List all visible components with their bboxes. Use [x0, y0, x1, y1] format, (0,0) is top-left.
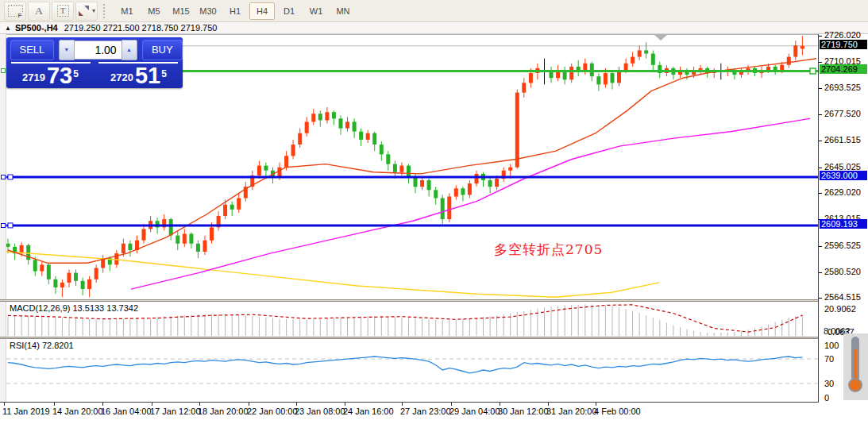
- price-tick-label: 2726.020: [824, 30, 861, 40]
- chart-titlebar: ▲ SP500-,H4 2719.250 2721.500 2718.750 2…: [0, 22, 868, 34]
- timeframe-button-m1[interactable]: M1: [114, 2, 140, 20]
- timeframe-button-mn[interactable]: MN: [330, 2, 356, 20]
- price-tick-dash: [819, 246, 822, 247]
- price-tick-label: 2661.515: [824, 135, 861, 145]
- price-highlight-label: 2639.000: [820, 171, 867, 180]
- timeframe-button-group: M1M5M15M30H1H4D1W1MN: [114, 2, 357, 20]
- price-tick-dash: [819, 36, 822, 37]
- price-tick-label: 2596.525: [824, 241, 861, 250]
- buy-button[interactable]: BUY: [142, 40, 183, 60]
- rsi-indicator-label: RSI(14) 72.8201: [10, 341, 74, 350]
- time-label: 14 Jan 20:00: [52, 407, 103, 416]
- time-tick: [296, 403, 297, 406]
- price-tick-label: 2677.520: [824, 109, 861, 118]
- rsi-axis-label: 70: [824, 354, 834, 364]
- volume-increase-button[interactable]: ▲: [122, 40, 137, 60]
- price-tick-dash: [819, 88, 822, 89]
- timeframe-button-d1[interactable]: D1: [276, 2, 302, 20]
- one-click-trading-panel: SELL ▼ 1.00 ▲ BUY 2719735 2720515: [6, 37, 183, 88]
- rsi-axis-label: 0: [824, 393, 829, 403]
- line-anchor[interactable]: [1, 68, 6, 73]
- price-tick-dash: [819, 193, 822, 194]
- time-label: 23 Jan 08:00: [295, 407, 345, 416]
- price-tick-dash: [819, 114, 822, 115]
- time-tick: [345, 403, 345, 406]
- price-tick-label: 2629.020: [824, 187, 861, 197]
- time-label: 16 Jan 04:00: [101, 407, 152, 416]
- timeframe-button-m15[interactable]: M15: [168, 2, 194, 20]
- price-tick-dash: [819, 168, 822, 168]
- left-edge-strip: [0, 34, 6, 403]
- time-tick: [102, 403, 103, 406]
- time-tick: [548, 403, 549, 406]
- thermometer-icon: [847, 335, 864, 395]
- time-tick: [596, 403, 596, 406]
- chart-symbol-title: SP500-,H4: [15, 23, 58, 33]
- time-label: 4 Feb 00:00: [594, 407, 641, 416]
- rsi-axis-label: 100: [824, 341, 839, 350]
- bid-price[interactable]: 2719735: [6, 64, 95, 87]
- rsi-axis-label: 30: [824, 379, 834, 388]
- volume-input[interactable]: 1.00: [75, 40, 122, 60]
- time-label: 11 Jan 2019: [2, 407, 50, 416]
- timeframe-button-m5[interactable]: M5: [141, 2, 167, 20]
- time-axis[interactable]: 11 Jan 201914 Jan 20:0016 Jan 04:0017 Ja…: [0, 403, 818, 424]
- time-tick: [152, 403, 152, 406]
- mt4-terminal: F A T ▾ M1M5M15M30H1H4D1W1MN ▲ SP500-,H4…: [0, 0, 868, 424]
- time-label: 31 Jan 20:00: [546, 407, 597, 416]
- price-highlight-label: 2704.269: [820, 64, 867, 74]
- line-anchor[interactable]: [1, 175, 6, 179]
- chart-annotation-text: 多空转折点2705: [494, 241, 603, 259]
- price-tick-label: 2580.520: [824, 267, 861, 276]
- price-tick-label: 2564.515: [824, 292, 861, 302]
- volume-decrease-button[interactable]: ▼: [59, 40, 75, 60]
- time-tick: [500, 403, 500, 406]
- price-tick-label: 2693.525: [824, 83, 861, 92]
- price-highlight-label: 2609.193: [820, 219, 867, 229]
- price-tick-dash: [819, 298, 822, 299]
- toolbar: F A T ▾ M1M5M15M30H1H4D1W1MN: [0, 0, 868, 22]
- timeframe-button-w1[interactable]: W1: [303, 2, 329, 20]
- time-label: 17 Jan 12:00: [150, 407, 201, 416]
- time-tick: [199, 403, 200, 406]
- time-label: 29 Jan 04:00: [449, 407, 500, 416]
- grid-glyph: F: [8, 5, 23, 17]
- time-label: 24 Jan 16:00: [343, 407, 394, 416]
- object-arrows-icon[interactable]: ▾: [75, 2, 98, 21]
- macd-axis-top: 20.9062: [824, 304, 856, 314]
- text-box-icon[interactable]: T: [52, 2, 74, 21]
- time-tick: [249, 403, 249, 406]
- ask-price[interactable]: 2720515: [95, 64, 183, 87]
- label-a-icon[interactable]: A: [28, 2, 50, 21]
- time-label: 18 Jan 20:00: [198, 407, 249, 416]
- time-label: 27 Jan 23:00: [400, 407, 451, 416]
- time-tick: [402, 403, 403, 406]
- sell-button[interactable]: SELL: [10, 40, 54, 60]
- timeframe-button-h1[interactable]: H1: [222, 2, 248, 20]
- rsi-pane[interactable]: [6, 339, 818, 402]
- toolbar-separator: [103, 4, 109, 18]
- price-tick-dash: [819, 62, 822, 63]
- time-label: 22 Jan 00:00: [247, 407, 298, 416]
- chart-grid-f-icon[interactable]: F: [4, 2, 26, 21]
- chart-ohlc-values: 2719.250 2721.500 2718.750 2719.750: [64, 23, 218, 33]
- time-label: 30 Jan 12:00: [498, 407, 549, 416]
- price-tick-dash: [819, 272, 822, 273]
- dropdown-caret-icon: ▾: [92, 7, 95, 14]
- time-tick: [54, 403, 55, 406]
- price-highlight-label: 2719.750: [820, 40, 867, 49]
- price-tick-dash: [819, 141, 822, 141]
- timeframe-button-m30[interactable]: M30: [195, 2, 221, 20]
- timeframe-button-h4[interactable]: H4: [249, 2, 275, 20]
- line-anchor[interactable]: [1, 223, 6, 228]
- time-tick: [4, 403, 5, 406]
- macd-indicator-label: MACD(12,26,9) 13.5133 13.7342: [10, 303, 138, 313]
- collapse-panel-icon[interactable]: ▲: [5, 25, 11, 32]
- time-tick: [451, 403, 452, 406]
